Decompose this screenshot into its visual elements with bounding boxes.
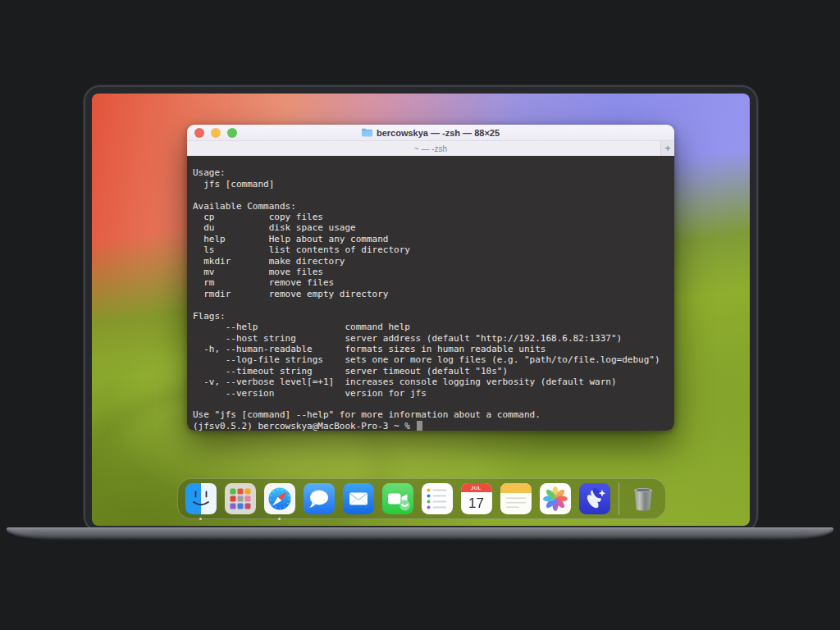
window-title: bercowskya — -zsh — 88×25 [377, 128, 500, 138]
folder-icon [362, 128, 372, 137]
calendar-day: 17 [461, 492, 492, 514]
terminal-output-area[interactable]: Usage: jfs [command] Available Commands:… [187, 156, 674, 431]
minimize-button[interactable] [211, 128, 221, 138]
shell-prompt: (jfsv0.5.2) bercowskya@MacBook-Pro-3 ~ % [193, 421, 416, 431]
safari-icon [264, 483, 295, 514]
zoom-button[interactable] [227, 128, 237, 138]
messages-icon [304, 483, 335, 514]
terminal-output: Usage: jfs [command] Available Commands:… [193, 157, 674, 421]
dock-item-finder[interactable] [185, 483, 217, 514]
dock-item-facetime[interactable] [382, 483, 413, 514]
prompt-line: (jfsv0.5.2) bercowskya@MacBook-Pro-3 ~ % [193, 421, 674, 431]
traffic-lights [194, 128, 237, 138]
finder-icon [185, 483, 217, 514]
running-indicator [278, 518, 281, 520]
terminal-titlebar[interactable]: bercowskya — -zsh — 88×25 [187, 125, 674, 140]
tab-title[interactable]: ~ — -zsh [414, 144, 447, 153]
dock-item-trash[interactable] [628, 483, 659, 514]
dock-item-reminders[interactable] [422, 483, 453, 514]
dock-item-launchpad[interactable] [225, 483, 256, 514]
desktop-wallpaper: bercowskya — -zsh — 88×25 ~ — -zsh + Usa… [92, 94, 750, 526]
dock-item-safari[interactable] [264, 483, 295, 514]
terminal-cursor [417, 421, 422, 431]
close-button[interactable] [194, 128, 204, 138]
dock-divider [619, 482, 619, 515]
laptop-base [7, 527, 833, 540]
terminal-window: bercowskya — -zsh — 88×25 ~ — -zsh + Usa… [187, 125, 674, 431]
dock: JUL 17 [177, 478, 666, 519]
reminders-icon [422, 483, 453, 514]
calendar-icon: JUL 17 [461, 483, 492, 514]
calendar-month: JUL [461, 483, 492, 492]
dock-item-sparkle-feather-app[interactable] [579, 483, 610, 514]
dock-item-notes[interactable] [500, 483, 532, 514]
dock-item-calendar[interactable]: JUL 17 [461, 483, 492, 514]
window-title-area: bercowskya — -zsh — 88×25 [187, 125, 674, 140]
dock-item-photos[interactable] [540, 483, 571, 514]
desktop-mockup: bercowskya — -zsh — 88×25 ~ — -zsh + Usa… [0, 0, 840, 630]
mail-icon [343, 483, 374, 514]
terminal-tabbar: ~ — -zsh + [187, 140, 674, 156]
sparkle-feather-app-icon [579, 483, 610, 514]
trash-icon [628, 483, 659, 514]
launchpad-icon [225, 483, 256, 514]
notes-icon [500, 483, 532, 514]
dock-item-mail[interactable] [343, 483, 374, 514]
dock-item-messages[interactable] [304, 483, 335, 514]
new-tab-button[interactable]: + [660, 141, 674, 156]
running-indicator [199, 518, 202, 520]
laptop-frame: bercowskya — -zsh — 88×25 ~ — -zsh + Usa… [85, 87, 756, 531]
facetime-icon [382, 483, 413, 514]
photos-icon [540, 483, 571, 514]
